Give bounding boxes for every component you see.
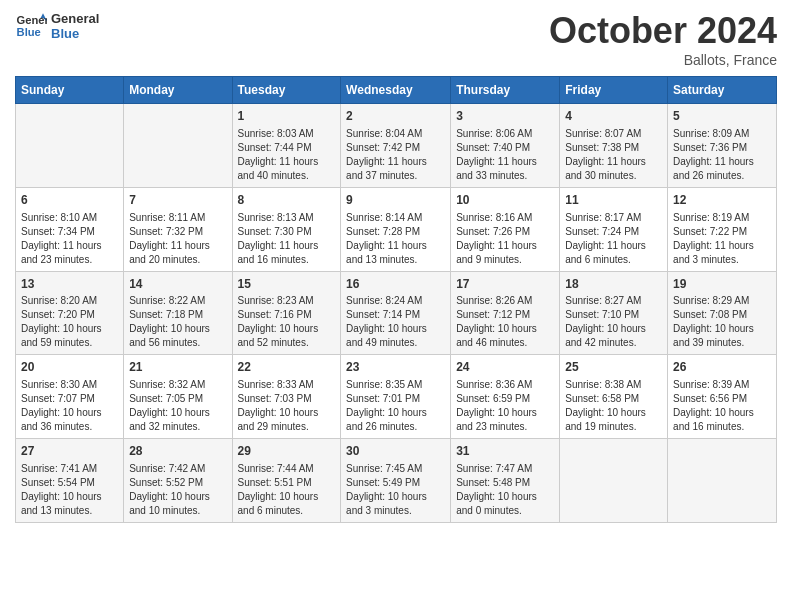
- calendar-cell: 24Sunrise: 8:36 AMSunset: 6:59 PMDayligh…: [451, 355, 560, 439]
- calendar-cell: 12Sunrise: 8:19 AMSunset: 7:22 PMDayligh…: [668, 187, 777, 271]
- day-info: Sunrise: 8:19 AMSunset: 7:22 PMDaylight:…: [673, 211, 771, 267]
- day-number: 9: [346, 192, 445, 209]
- day-number: 15: [238, 276, 336, 293]
- day-number: 19: [673, 276, 771, 293]
- day-info: Sunrise: 8:23 AMSunset: 7:16 PMDaylight:…: [238, 294, 336, 350]
- calendar-cell: [16, 104, 124, 188]
- header-cell-friday: Friday: [560, 77, 668, 104]
- month-title: October 2024: [549, 10, 777, 52]
- calendar-cell: 15Sunrise: 8:23 AMSunset: 7:16 PMDayligh…: [232, 271, 341, 355]
- day-info: Sunrise: 8:17 AMSunset: 7:24 PMDaylight:…: [565, 211, 662, 267]
- header-cell-sunday: Sunday: [16, 77, 124, 104]
- day-info: Sunrise: 7:44 AMSunset: 5:51 PMDaylight:…: [238, 462, 336, 518]
- day-number: 2: [346, 108, 445, 125]
- day-info: Sunrise: 7:42 AMSunset: 5:52 PMDaylight:…: [129, 462, 226, 518]
- day-info: Sunrise: 8:29 AMSunset: 7:08 PMDaylight:…: [673, 294, 771, 350]
- day-info: Sunrise: 8:13 AMSunset: 7:30 PMDaylight:…: [238, 211, 336, 267]
- day-number: 10: [456, 192, 554, 209]
- day-info: Sunrise: 8:32 AMSunset: 7:05 PMDaylight:…: [129, 378, 226, 434]
- logo-icon: General Blue: [15, 10, 47, 42]
- calendar-cell: 23Sunrise: 8:35 AMSunset: 7:01 PMDayligh…: [341, 355, 451, 439]
- day-info: Sunrise: 8:39 AMSunset: 6:56 PMDaylight:…: [673, 378, 771, 434]
- day-info: Sunrise: 7:41 AMSunset: 5:54 PMDaylight:…: [21, 462, 118, 518]
- calendar-table: SundayMondayTuesdayWednesdayThursdayFrid…: [15, 76, 777, 523]
- day-info: Sunrise: 8:06 AMSunset: 7:40 PMDaylight:…: [456, 127, 554, 183]
- calendar-cell: 16Sunrise: 8:24 AMSunset: 7:14 PMDayligh…: [341, 271, 451, 355]
- day-info: Sunrise: 8:03 AMSunset: 7:44 PMDaylight:…: [238, 127, 336, 183]
- svg-text:Blue: Blue: [17, 26, 41, 38]
- day-number: 29: [238, 443, 336, 460]
- title-block: October 2024 Ballots, France: [549, 10, 777, 68]
- day-info: Sunrise: 8:35 AMSunset: 7:01 PMDaylight:…: [346, 378, 445, 434]
- day-info: Sunrise: 8:10 AMSunset: 7:34 PMDaylight:…: [21, 211, 118, 267]
- calendar-cell: 28Sunrise: 7:42 AMSunset: 5:52 PMDayligh…: [124, 439, 232, 523]
- calendar-cell: 22Sunrise: 8:33 AMSunset: 7:03 PMDayligh…: [232, 355, 341, 439]
- calendar-cell: 5Sunrise: 8:09 AMSunset: 7:36 PMDaylight…: [668, 104, 777, 188]
- header-cell-saturday: Saturday: [668, 77, 777, 104]
- calendar-cell: 14Sunrise: 8:22 AMSunset: 7:18 PMDayligh…: [124, 271, 232, 355]
- day-number: 31: [456, 443, 554, 460]
- day-info: Sunrise: 8:07 AMSunset: 7:38 PMDaylight:…: [565, 127, 662, 183]
- day-number: 20: [21, 359, 118, 376]
- calendar-cell: 7Sunrise: 8:11 AMSunset: 7:32 PMDaylight…: [124, 187, 232, 271]
- calendar-cell: 26Sunrise: 8:39 AMSunset: 6:56 PMDayligh…: [668, 355, 777, 439]
- calendar-cell: 2Sunrise: 8:04 AMSunset: 7:42 PMDaylight…: [341, 104, 451, 188]
- day-number: 12: [673, 192, 771, 209]
- calendar-cell: 3Sunrise: 8:06 AMSunset: 7:40 PMDaylight…: [451, 104, 560, 188]
- calendar-cell: [668, 439, 777, 523]
- day-info: Sunrise: 8:20 AMSunset: 7:20 PMDaylight:…: [21, 294, 118, 350]
- day-info: Sunrise: 8:30 AMSunset: 7:07 PMDaylight:…: [21, 378, 118, 434]
- calendar-cell: 6Sunrise: 8:10 AMSunset: 7:34 PMDaylight…: [16, 187, 124, 271]
- header-cell-wednesday: Wednesday: [341, 77, 451, 104]
- calendar-cell: 11Sunrise: 8:17 AMSunset: 7:24 PMDayligh…: [560, 187, 668, 271]
- header-cell-thursday: Thursday: [451, 77, 560, 104]
- day-number: 16: [346, 276, 445, 293]
- day-info: Sunrise: 8:24 AMSunset: 7:14 PMDaylight:…: [346, 294, 445, 350]
- day-number: 25: [565, 359, 662, 376]
- day-number: 13: [21, 276, 118, 293]
- logo-blue: Blue: [51, 26, 99, 41]
- calendar-week-2: 6Sunrise: 8:10 AMSunset: 7:34 PMDaylight…: [16, 187, 777, 271]
- day-number: 27: [21, 443, 118, 460]
- calendar-cell: 10Sunrise: 8:16 AMSunset: 7:26 PMDayligh…: [451, 187, 560, 271]
- day-number: 5: [673, 108, 771, 125]
- day-number: 18: [565, 276, 662, 293]
- day-info: Sunrise: 8:27 AMSunset: 7:10 PMDaylight:…: [565, 294, 662, 350]
- header-cell-monday: Monday: [124, 77, 232, 104]
- day-number: 6: [21, 192, 118, 209]
- header-row: SundayMondayTuesdayWednesdayThursdayFrid…: [16, 77, 777, 104]
- day-info: Sunrise: 8:09 AMSunset: 7:36 PMDaylight:…: [673, 127, 771, 183]
- day-number: 26: [673, 359, 771, 376]
- calendar-cell: 25Sunrise: 8:38 AMSunset: 6:58 PMDayligh…: [560, 355, 668, 439]
- day-info: Sunrise: 8:11 AMSunset: 7:32 PMDaylight:…: [129, 211, 226, 267]
- day-number: 17: [456, 276, 554, 293]
- calendar-cell: 30Sunrise: 7:45 AMSunset: 5:49 PMDayligh…: [341, 439, 451, 523]
- calendar-week-5: 27Sunrise: 7:41 AMSunset: 5:54 PMDayligh…: [16, 439, 777, 523]
- day-number: 11: [565, 192, 662, 209]
- day-number: 8: [238, 192, 336, 209]
- day-number: 22: [238, 359, 336, 376]
- page-header: General Blue General Blue October 2024 B…: [15, 10, 777, 68]
- calendar-cell: [124, 104, 232, 188]
- day-number: 30: [346, 443, 445, 460]
- calendar-cell: 17Sunrise: 8:26 AMSunset: 7:12 PMDayligh…: [451, 271, 560, 355]
- calendar-cell: 29Sunrise: 7:44 AMSunset: 5:51 PMDayligh…: [232, 439, 341, 523]
- day-number: 4: [565, 108, 662, 125]
- calendar-week-3: 13Sunrise: 8:20 AMSunset: 7:20 PMDayligh…: [16, 271, 777, 355]
- day-number: 14: [129, 276, 226, 293]
- day-info: Sunrise: 8:22 AMSunset: 7:18 PMDaylight:…: [129, 294, 226, 350]
- day-info: Sunrise: 8:36 AMSunset: 6:59 PMDaylight:…: [456, 378, 554, 434]
- day-info: Sunrise: 8:33 AMSunset: 7:03 PMDaylight:…: [238, 378, 336, 434]
- day-info: Sunrise: 8:26 AMSunset: 7:12 PMDaylight:…: [456, 294, 554, 350]
- day-number: 3: [456, 108, 554, 125]
- day-number: 23: [346, 359, 445, 376]
- calendar-cell: 27Sunrise: 7:41 AMSunset: 5:54 PMDayligh…: [16, 439, 124, 523]
- calendar-cell: 21Sunrise: 8:32 AMSunset: 7:05 PMDayligh…: [124, 355, 232, 439]
- logo: General Blue General Blue: [15, 10, 99, 42]
- location: Ballots, France: [549, 52, 777, 68]
- calendar-cell: 9Sunrise: 8:14 AMSunset: 7:28 PMDaylight…: [341, 187, 451, 271]
- calendar-cell: 4Sunrise: 8:07 AMSunset: 7:38 PMDaylight…: [560, 104, 668, 188]
- calendar-cell: 18Sunrise: 8:27 AMSunset: 7:10 PMDayligh…: [560, 271, 668, 355]
- day-number: 21: [129, 359, 226, 376]
- calendar-week-1: 1Sunrise: 8:03 AMSunset: 7:44 PMDaylight…: [16, 104, 777, 188]
